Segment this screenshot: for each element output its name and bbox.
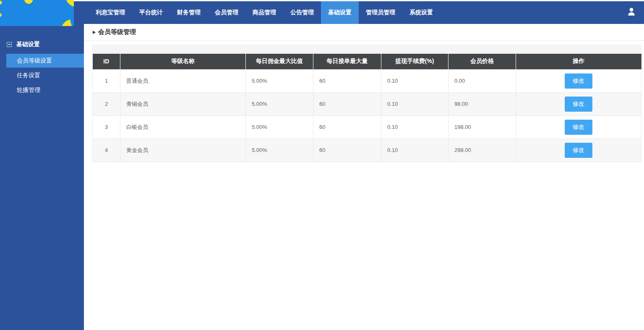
user-menu-button[interactable] bbox=[626, 7, 637, 18]
cell-orders: 60 bbox=[313, 69, 381, 92]
cell-commission: 5.00% bbox=[246, 115, 313, 139]
table-body: 1普通会员5.00%600.100.00修改2青铜会员5.00%600.1098… bbox=[93, 69, 641, 162]
cell-action: 修改 bbox=[516, 139, 641, 162]
logo-leaf-icon bbox=[60, 19, 73, 26]
table-header-cell: 等级名称 bbox=[120, 54, 246, 69]
cell-commission: 5.00% bbox=[246, 69, 313, 92]
cell-name: 普通会员 bbox=[120, 69, 246, 92]
sidebar: 基础设置 会员等级设置任务设置轮播管理 bbox=[0, 24, 84, 330]
top-nav-item[interactable]: 商品管理 bbox=[245, 1, 283, 24]
cell-price: 198.00 bbox=[448, 115, 516, 139]
caret-right-icon bbox=[93, 31, 96, 34]
sidebar-items: 会员等级设置任务设置轮播管理 bbox=[0, 54, 84, 98]
table-header-cell: 提现手续费(%) bbox=[381, 54, 448, 69]
cell-price: 98.00 bbox=[448, 92, 516, 115]
table-header-cell: 会员价格 bbox=[448, 54, 516, 69]
user-icon bbox=[626, 7, 636, 18]
cell-action: 修改 bbox=[516, 92, 641, 115]
cell-price: 0.00 bbox=[448, 69, 516, 92]
cell-fee: 0.10 bbox=[381, 115, 448, 139]
table-header-cell: 操作 bbox=[516, 54, 641, 69]
cell-name: 白银会员 bbox=[120, 115, 246, 139]
top-nav-items: 利息宝管理平台统计财务管理会员管理商品管理公告管理基础设置管理员管理系统设置 bbox=[84, 1, 440, 24]
logo-leaf-icon bbox=[23, 0, 33, 5]
sidebar-item[interactable]: 轮播管理 bbox=[0, 83, 84, 97]
cell-id: 2 bbox=[93, 92, 120, 115]
top-nav-item[interactable]: 基础设置 bbox=[321, 1, 359, 24]
edit-button[interactable]: 修改 bbox=[565, 143, 592, 158]
table-row: 3白银会员5.00%600.10198.00修改 bbox=[93, 115, 641, 139]
table-row: 1普通会员5.00%600.100.00修改 bbox=[93, 69, 641, 92]
logo-leaf-icon bbox=[64, 0, 74, 7]
top-bar: 利息宝管理平台统计财务管理会员管理商品管理公告管理基础设置管理员管理系统设置 bbox=[0, 0, 644, 24]
cell-fee: 0.10 bbox=[381, 92, 448, 115]
logo-leaf-icon bbox=[0, 0, 3, 6]
cell-id: 4 bbox=[93, 139, 120, 162]
top-nav-item[interactable]: 公告管理 bbox=[283, 1, 321, 24]
cell-commission: 5.00% bbox=[246, 139, 313, 162]
table-header-cell: 每日佣金最大比值 bbox=[246, 54, 313, 69]
sidebar-item[interactable]: 任务设置 bbox=[0, 68, 84, 82]
cell-fee: 0.10 bbox=[381, 69, 448, 92]
table-row: 4黄金会员5.00%600.10298.00修改 bbox=[93, 139, 641, 162]
cell-fee: 0.10 bbox=[381, 139, 448, 162]
page-title: 会员等级管理 bbox=[98, 28, 136, 36]
cell-orders: 60 bbox=[313, 139, 381, 162]
table-row: 2青铜会员5.00%600.1098.00修改 bbox=[93, 92, 641, 115]
collapse-minus-icon bbox=[7, 42, 12, 47]
edit-button[interactable]: 修改 bbox=[565, 120, 592, 135]
cell-id: 3 bbox=[93, 115, 120, 139]
cell-name: 黄金会员 bbox=[120, 139, 246, 162]
top-nav-item[interactable]: 管理员管理 bbox=[359, 1, 402, 24]
cell-commission: 5.00% bbox=[246, 92, 313, 115]
sidebar-group-label: 基础设置 bbox=[16, 41, 40, 48]
top-nav-item[interactable]: 利息宝管理 bbox=[89, 1, 132, 24]
main-content: 会员等级管理 ID等级名称每日佣金最大比值每日接单最大量提现手续费(%)会员价格… bbox=[84, 24, 644, 330]
sidebar-group-basic-settings[interactable]: 基础设置 bbox=[7, 41, 84, 48]
edit-button[interactable]: 修改 bbox=[565, 97, 592, 112]
cell-name: 青铜会员 bbox=[120, 92, 246, 115]
member-level-panel: ID等级名称每日佣金最大比值每日接单最大量提现手续费(%)会员价格操作 1普通会… bbox=[92, 45, 641, 162]
table-header-row: ID等级名称每日佣金最大比值每日接单最大量提现手续费(%)会员价格操作 bbox=[93, 54, 641, 69]
table-header-cell: ID bbox=[93, 54, 120, 69]
panel-toolbar bbox=[92, 45, 641, 53]
app-logo[interactable] bbox=[0, 0, 74, 26]
cell-action: 修改 bbox=[516, 115, 641, 139]
top-nav: 利息宝管理平台统计财务管理会员管理商品管理公告管理基础设置管理员管理系统设置 bbox=[0, 1, 644, 24]
cell-price: 298.00 bbox=[448, 139, 516, 162]
cell-id: 1 bbox=[93, 69, 120, 92]
cell-orders: 60 bbox=[313, 115, 381, 139]
sidebar-item[interactable]: 会员等级设置 bbox=[6, 54, 84, 68]
edit-button[interactable]: 修改 bbox=[565, 73, 592, 89]
table-header-cell: 每日接单最大量 bbox=[313, 54, 381, 69]
cell-action: 修改 bbox=[516, 69, 641, 92]
member-level-table: ID等级名称每日佣金最大比值每日接单最大量提现手续费(%)会员价格操作 1普通会… bbox=[92, 54, 641, 162]
top-nav-item[interactable]: 平台统计 bbox=[132, 1, 170, 24]
top-nav-item[interactable]: 系统设置 bbox=[402, 1, 440, 24]
logo-leaf-icon bbox=[0, 12, 2, 18]
top-nav-item[interactable]: 会员管理 bbox=[208, 1, 245, 24]
cell-orders: 60 bbox=[313, 92, 381, 115]
breadcrumb: 会员等级管理 bbox=[84, 24, 644, 41]
top-nav-item[interactable]: 财务管理 bbox=[170, 1, 208, 24]
